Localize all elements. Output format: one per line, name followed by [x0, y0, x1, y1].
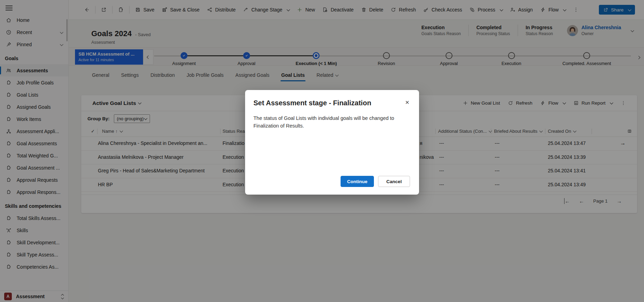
close-dialog-button[interactable]: ✕	[402, 98, 412, 107]
dialog-title: Set Assessment stage - Finalization	[253, 99, 371, 107]
continue-button[interactable]: Continue	[341, 176, 374, 187]
set-assessment-stage-dialog: Set Assessment stage - Finalization ✕ Th…	[245, 90, 419, 195]
cancel-button[interactable]: Cancel	[378, 176, 410, 187]
app-window: Home Recent Pinned Goals Assessments Job…	[0, 0, 644, 302]
close-icon: ✕	[405, 99, 410, 106]
dialog-message: The status of Goal Lists with individual…	[253, 114, 408, 130]
